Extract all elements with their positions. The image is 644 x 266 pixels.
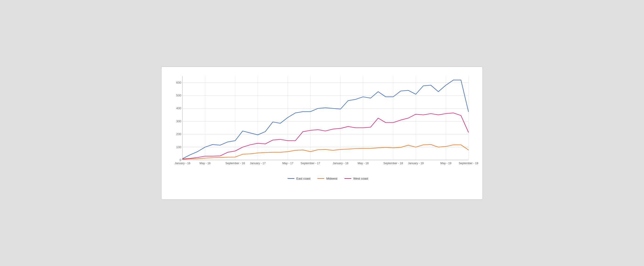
- svg-text:January - 18: January - 18: [333, 162, 348, 165]
- legend-item: East coast: [288, 177, 310, 180]
- svg-text:May - 18: May - 18: [358, 162, 369, 165]
- svg-text:200: 200: [176, 132, 181, 136]
- svg-text:May - 16: May - 16: [200, 162, 211, 165]
- chart-legend: East coastMidwestWest coast: [180, 177, 476, 180]
- svg-text:September - 16: September - 16: [225, 162, 245, 165]
- svg-text:January - 17: January - 17: [250, 162, 266, 165]
- legend-item: Midwest: [317, 177, 338, 180]
- svg-text:100: 100: [176, 145, 181, 148]
- legend-label: West coast: [353, 177, 368, 180]
- svg-text:September - 17: September - 17: [300, 162, 320, 165]
- svg-text:0: 0: [180, 158, 181, 162]
- legend-item: West coast: [344, 177, 368, 180]
- chart-container: 0100200300400500600January - 16May - 16S…: [161, 66, 483, 200]
- legend-label: East coast: [296, 177, 310, 180]
- svg-text:September - 18: September - 18: [384, 162, 403, 165]
- legend-label: Midwest: [326, 177, 338, 180]
- svg-text:May - 17: May - 17: [282, 162, 294, 165]
- legend-color: [288, 178, 294, 179]
- svg-text:January - 19: January - 19: [408, 162, 424, 165]
- legend-color: [317, 178, 324, 179]
- svg-text:600: 600: [176, 80, 181, 84]
- svg-text:September - 19: September - 19: [459, 162, 478, 165]
- svg-text:January - 16: January - 16: [174, 162, 190, 165]
- legend-color: [344, 178, 351, 179]
- svg-text:300: 300: [176, 119, 181, 123]
- svg-text:500: 500: [176, 94, 181, 97]
- svg-text:May - 19: May - 19: [440, 162, 452, 165]
- svg-text:400: 400: [176, 106, 181, 110]
- chart-svg: 0100200300400500600January - 16May - 16S…: [180, 74, 476, 174]
